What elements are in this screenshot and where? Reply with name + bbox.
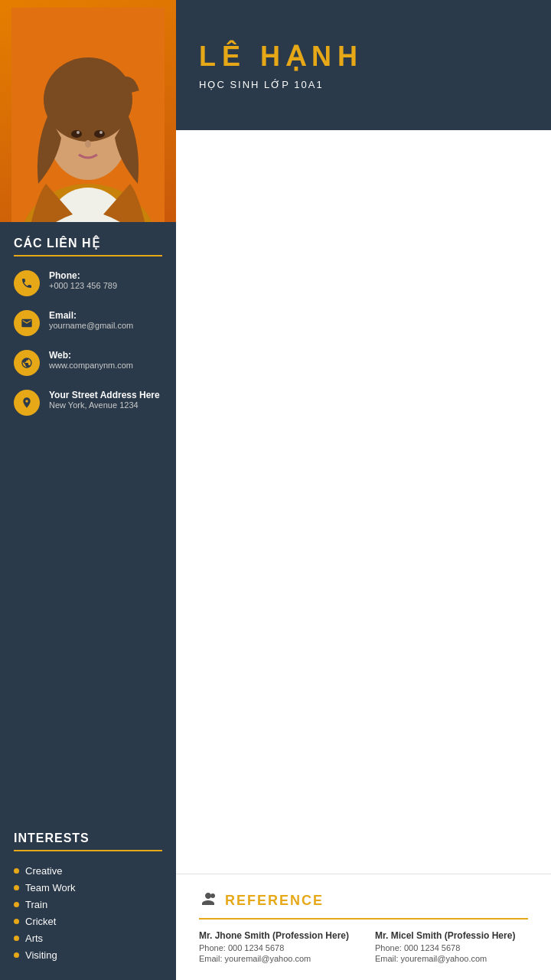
reference-section: REFERENCE Mr. Jhone Smith (Profession He…: [176, 874, 551, 980]
svg-point-9: [99, 131, 103, 134]
web-icon: [14, 350, 40, 376]
address-label: Your Street Address Here: [49, 390, 160, 400]
sidebar: CÁC LIÊN HỆ Phone: +000 123 456 789: [0, 0, 176, 980]
location-icon: [14, 390, 40, 416]
interests-list: Creative Team Work Train Cricket Arts Vi…: [14, 865, 162, 961]
address-value: New York, Avenue 1234: [49, 400, 160, 410]
phone-icon: [14, 270, 40, 296]
email-label: Email:: [49, 310, 133, 321]
ref2-name: Mr. Micel Smith (Professio Here): [375, 930, 528, 941]
interest-item-cricket: Cricket: [14, 916, 162, 927]
contact-section-title: CÁC LIÊN HỆ: [14, 236, 162, 250]
reference-title-text: REFERENCE: [225, 893, 324, 909]
bullet-icon: [14, 868, 19, 874]
profile-photo: [0, 0, 176, 222]
email-text: Email: yourname@gmail.com: [49, 310, 133, 330]
contact-address: Your Street Address Here New York, Avenu…: [14, 390, 162, 416]
interest-item-arts: Arts: [14, 933, 162, 944]
reference-grid: Mr. Jhone Smith (Profession Here) Phone:…: [199, 930, 528, 965]
web-value: www.companynm.com: [49, 361, 133, 370]
contact-section: CÁC LIÊN HỆ Phone: +000 123 456 789: [0, 222, 176, 430]
contact-divider: [14, 255, 162, 256]
reference-title-row: REFERENCE: [199, 890, 528, 912]
ref1-name: Mr. Jhone Smith (Profession Here): [199, 930, 352, 941]
web-label: Web:: [49, 350, 133, 361]
ref2-phone: Phone: 000 1234 5678: [375, 943, 528, 952]
bullet-icon: [14, 902, 19, 907]
interests-divider: [14, 850, 162, 851]
reference-card-2: Mr. Micel Smith (Professio Here) Phone: …: [375, 930, 528, 965]
ref2-email: Email: youremail@yahoo.com: [375, 954, 528, 963]
svg-point-6: [71, 130, 82, 138]
svg-point-11: [210, 893, 215, 898]
interests-section: INTERESTS Creative Team Work Train Crick…: [0, 818, 176, 980]
bullet-icon: [14, 936, 19, 941]
reference-divider: [199, 918, 528, 920]
email-icon: [14, 310, 40, 336]
contact-list: Phone: +000 123 456 789 Email: yourname@…: [14, 270, 162, 416]
svg-point-8: [77, 131, 80, 134]
bullet-icon: [14, 919, 19, 924]
interest-item-visiting: Visiting: [14, 949, 162, 961]
address-text: Your Street Address Here New York, Avenu…: [49, 390, 160, 410]
interests-title: INTERESTS: [14, 831, 162, 845]
bullet-icon: [14, 885, 19, 890]
reference-card-1: Mr. Jhone Smith (Profession Here) Phone:…: [199, 930, 352, 965]
person-subtitle: HỌC SINH LỚP 10A1: [199, 79, 528, 90]
interest-item-teamwork: Team Work: [14, 882, 162, 893]
svg-point-7: [94, 130, 105, 138]
reference-icon: [199, 890, 217, 912]
main-content: LÊ HẠNH HỌC SINH LỚP 10A1 REFERENCE Mr. …: [176, 0, 551, 980]
svg-point-5: [44, 57, 132, 142]
bullet-icon: [14, 952, 19, 958]
ref1-email: Email: youremail@yahoo.com: [199, 954, 352, 963]
contact-web: Web: www.companynm.com: [14, 350, 162, 376]
contact-phone: Phone: +000 123 456 789: [14, 270, 162, 296]
interest-item-train: Train: [14, 899, 162, 910]
phone-label: Phone:: [49, 270, 117, 281]
interest-item-creative: Creative: [14, 865, 162, 877]
person-name: LÊ HẠNH: [199, 41, 528, 73]
phone-value: +000 123 456 789: [49, 281, 117, 290]
svg-point-10: [85, 140, 91, 148]
email-value: yourname@gmail.com: [49, 321, 133, 330]
web-text: Web: www.companynm.com: [49, 350, 133, 370]
contact-email: Email: yourname@gmail.com: [14, 310, 162, 336]
phone-text: Phone: +000 123 456 789: [49, 270, 117, 290]
content-area: [176, 130, 551, 874]
header: LÊ HẠNH HỌC SINH LỚP 10A1: [176, 0, 551, 130]
ref1-phone: Phone: 000 1234 5678: [199, 943, 352, 952]
